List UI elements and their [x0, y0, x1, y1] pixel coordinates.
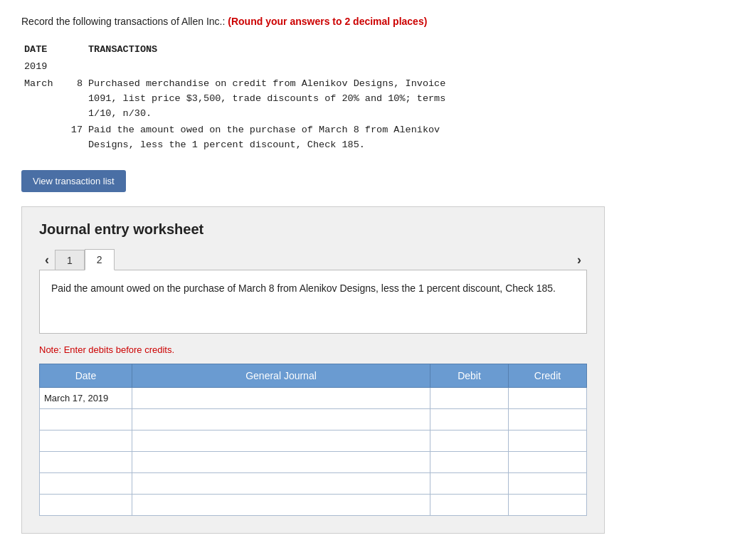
table-row — [40, 473, 587, 495]
journal-gj-cell[interactable] — [132, 388, 430, 409]
journal-credit-cell[interactable] — [509, 409, 587, 430]
year-label: 2019 — [21, 59, 64, 76]
credit-input[interactable] — [509, 409, 586, 430]
journal-date-cell — [40, 409, 132, 430]
transaction-text-2: Paid the amount owed on the purchase of … — [85, 122, 448, 154]
transaction-text-1: Purchased merchandise on credit from Ale… — [85, 76, 448, 122]
table-row — [40, 452, 587, 473]
transaction-day-2: 17 — [64, 122, 85, 154]
journal-credit-cell[interactable] — [509, 430, 587, 452]
journal-credit-cell[interactable] — [509, 452, 587, 473]
credit-input[interactable] — [509, 430, 586, 451]
table-row — [40, 495, 587, 516]
transactions-table: DATE TRANSACTIONS 2019 March 8 Purchased… — [21, 42, 448, 153]
journal-debit-cell[interactable] — [430, 495, 509, 516]
view-transaction-list-button[interactable]: View transaction list — [21, 170, 126, 192]
general-journal-input[interactable] — [132, 388, 430, 408]
journal-date-cell: March 17, 2019 — [40, 388, 132, 409]
journal-gj-cell[interactable] — [132, 473, 430, 495]
instruction-bold: (Round your answers to 2 decimal places) — [228, 16, 427, 27]
credit-input[interactable] — [509, 388, 586, 408]
credit-input[interactable] — [509, 495, 586, 515]
description-text: Paid the amount owed on the purchase of … — [51, 282, 556, 294]
tab-navigation: ‹ 1 2 › — [39, 249, 587, 270]
journal-gj-cell[interactable] — [132, 409, 430, 430]
col-header-gj: General Journal — [132, 364, 430, 388]
journal-debit-cell[interactable] — [430, 409, 509, 430]
journal-table: Date General Journal Debit Credit March … — [39, 364, 587, 516]
journal-date-cell — [40, 495, 132, 516]
journal-debit-cell[interactable] — [430, 388, 509, 409]
debit-input[interactable] — [430, 452, 508, 472]
transaction-row-2: 17 Paid the amount owed on the purchase … — [21, 122, 448, 154]
transaction-month-1: March — [21, 76, 64, 122]
debit-input[interactable] — [430, 430, 508, 451]
journal-credit-cell[interactable] — [509, 495, 587, 516]
journal-gj-cell[interactable] — [132, 495, 430, 516]
debit-input[interactable] — [430, 409, 508, 430]
col-header-debit: Debit — [430, 364, 509, 388]
worksheet-title: Journal entry worksheet — [39, 221, 587, 238]
general-journal-input[interactable] — [132, 409, 430, 430]
journal-date-cell — [40, 430, 132, 452]
journal-debit-cell[interactable] — [430, 430, 509, 452]
general-journal-input[interactable] — [132, 473, 430, 494]
transaction-month-2 — [21, 122, 64, 154]
journal-debit-cell[interactable] — [430, 452, 509, 473]
instruction-prefix: Record the following transactions of All… — [21, 16, 225, 27]
journal-gj-cell[interactable] — [132, 452, 430, 473]
col-header-credit: Credit — [509, 364, 587, 388]
journal-date-cell — [40, 473, 132, 495]
table-row: March 17, 2019 — [40, 388, 587, 409]
journal-debit-cell[interactable] — [430, 473, 509, 495]
next-tab-button[interactable]: › — [571, 250, 587, 270]
journal-credit-cell[interactable] — [509, 388, 587, 409]
tab-2[interactable]: 2 — [85, 249, 115, 270]
general-journal-input[interactable] — [132, 430, 430, 451]
header-instruction: Record the following transactions of All… — [21, 14, 714, 29]
prev-tab-button[interactable]: ‹ — [39, 250, 55, 270]
credit-input[interactable] — [509, 452, 586, 472]
description-box: Paid the amount owed on the purchase of … — [39, 270, 587, 334]
worksheet-container: Journal entry worksheet ‹ 1 2 › Paid the… — [21, 206, 605, 534]
journal-date-cell — [40, 452, 132, 473]
general-journal-input[interactable] — [132, 495, 430, 515]
credit-input[interactable] — [509, 473, 586, 494]
date-column-header: DATE — [21, 42, 64, 59]
table-row — [40, 409, 587, 430]
debit-input[interactable] — [430, 495, 508, 515]
journal-credit-cell[interactable] — [509, 473, 587, 495]
general-journal-input[interactable] — [132, 452, 430, 472]
debit-input[interactable] — [430, 473, 508, 494]
table-row — [40, 430, 587, 452]
debit-input[interactable] — [430, 388, 508, 408]
col-header-date: Date — [40, 364, 132, 388]
tab-1[interactable]: 1 — [55, 250, 85, 270]
transactions-column-header: TRANSACTIONS — [85, 42, 448, 59]
transaction-day-1: 8 — [64, 76, 85, 122]
note-text: Note: Enter debits before credits. — [39, 344, 587, 355]
transaction-row-1: March 8 Purchased merchandise on credit … — [21, 76, 448, 122]
transactions-section: DATE TRANSACTIONS 2019 March 8 Purchased… — [21, 42, 714, 153]
journal-gj-cell[interactable] — [132, 430, 430, 452]
